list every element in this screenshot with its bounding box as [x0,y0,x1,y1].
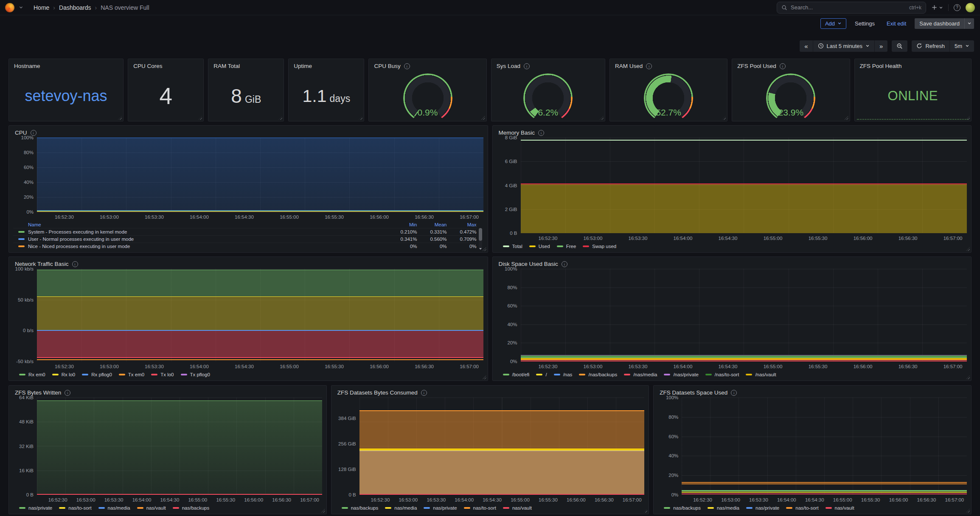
disk-chart-plot[interactable] [521,269,967,361]
x-tick-label: 16:54:00 [190,364,209,369]
legend-table-row[interactable]: User - Normal processes executing in use… [13,235,477,242]
legend-item[interactable]: Tx lo0 [151,372,174,377]
legend-table-row[interactable]: System - Processes executing in kernel m… [13,228,477,235]
column-header[interactable]: Min [388,222,417,227]
zfs-consumed-chart-plot[interactable] [359,398,645,495]
legend-item[interactable]: Rx pflog0 [82,372,112,377]
legend-item[interactable]: Used [529,244,550,249]
scroll-down-arrow[interactable] [479,248,482,250]
legend-item[interactable]: /nas/backups [579,372,617,377]
time-range-picker[interactable]: Last 5 minutes [813,40,875,52]
legend-item[interactable]: /nas/media [624,372,657,377]
legend-item[interactable]: nas/media [708,505,739,510]
legend-item[interactable]: /nas/private [664,372,698,377]
legend-item[interactable]: nas/backups [342,505,379,510]
panel-title[interactable]: CPU Busy [374,63,400,69]
info-icon[interactable]: i [404,63,410,69]
legend-item[interactable]: nas/to-sort [464,505,496,510]
legend-item[interactable]: /boot/efi [503,372,530,377]
rx-area [37,270,483,296]
help-button[interactable]: ? [954,4,960,11]
memory-chart-plot[interactable] [521,138,967,233]
exit-edit-button[interactable]: Exit edit [883,19,910,28]
x-tick-label: 16:57:00 [460,214,479,220]
chevron-down-icon[interactable] [19,5,23,10]
legend-item[interactable]: nas/private [19,505,52,510]
series-label: Tx pflog0 [190,372,210,377]
legend-item[interactable]: Swap used [583,244,616,249]
panel-title[interactable]: ZFS Pool Health [860,63,902,69]
series-color-swatch [464,507,470,509]
panel-title[interactable]: Sys Load [497,63,520,69]
legend-item[interactable]: nas/backups [173,505,210,510]
new-menu-button[interactable] [931,4,943,11]
column-header[interactable]: Mean [417,222,447,227]
info-icon[interactable]: i [646,63,652,69]
breadcrumb-dashboards[interactable]: Dashboards [59,4,91,11]
panel-title[interactable]: ZFS Pool Used [737,63,776,69]
avatar[interactable] [966,3,975,12]
legend-item[interactable]: nas/media [98,505,130,510]
legend-item[interactable]: nas/vault [137,505,166,510]
panel-title[interactable]: CPU Cores [133,63,162,69]
save-dashboard-button[interactable]: Save dashboard [915,18,974,29]
info-icon[interactable]: i [731,390,737,396]
column-header[interactable]: Max [447,222,477,227]
refresh-button[interactable]: Refresh [912,40,949,52]
time-shift-forward-button[interactable]: » [874,40,887,52]
save-options-chevron[interactable] [964,18,974,29]
legend-item[interactable]: nas/media [385,505,417,510]
legend-item[interactable]: Rx em0 [19,372,45,377]
add-panel-button[interactable]: Add [820,18,846,29]
legend-item[interactable]: nas/backups [664,505,701,510]
panel-title[interactable]: Uptime [294,63,312,69]
legend-item[interactable]: nas/to-sort [59,505,91,510]
panel-title[interactable]: RAM Used [615,63,643,69]
scrollbar[interactable] [479,228,482,249]
panel-zfs-bytes-written: ZFS Bytes Writteni 64 KiB48 KiB32 KiB16 … [8,385,327,514]
grafana-logo[interactable] [5,3,14,12]
x-tick-label: 16:55:30 [216,497,235,502]
legend-item[interactable]: Rx lo0 [52,372,76,377]
legend-item[interactable]: nas/private [746,505,779,510]
cpu-chart-plot[interactable] [37,138,483,212]
breadcrumb-home[interactable]: Home [34,4,49,11]
legend-item[interactable]: Total [503,244,522,249]
network-chart-plot[interactable] [37,269,483,361]
search-input[interactable]: Search... ctrl+k [777,2,926,14]
legend-item[interactable]: Free [557,244,576,249]
legend-item[interactable]: nas/vault [503,505,532,510]
series-label: nas/to-sort [795,505,818,510]
zfs-space-chart-plot[interactable] [682,398,967,495]
legend: nas/backupsnas/medianas/privatenas/to-so… [336,502,645,511]
legend-item[interactable]: nas/to-sort [786,505,818,510]
x-axis: 16:52:3016:53:0016:53:3016:54:0016:54:30… [37,361,483,369]
scrollbar-thumb[interactable] [479,228,482,241]
panel-title[interactable]: RAM Total [213,63,240,69]
zfs-written-chart-plot[interactable] [37,398,322,495]
info-icon[interactable]: i [538,130,544,136]
time-shift-back-button[interactable]: « [800,40,812,52]
legend-item[interactable]: /nas/to-sort [705,372,739,377]
info-icon[interactable]: i [524,63,530,69]
settings-button[interactable]: Settings [851,19,878,28]
info-icon[interactable]: i [421,390,427,396]
info-icon[interactable]: i [562,261,567,267]
cpu-idle-area [37,138,483,212]
legend-item[interactable]: nas/private [424,505,457,510]
info-icon[interactable]: i [65,390,70,396]
info-icon[interactable]: i [780,63,786,69]
column-header[interactable]: Name [28,222,41,227]
panel-title[interactable]: ZFS Datasets Bytes Consumed [337,389,418,396]
info-icon[interactable]: i [72,261,78,267]
legend-item[interactable]: nas/vault [826,505,854,510]
legend-item[interactable]: / [536,372,547,377]
refresh-interval-picker[interactable]: 5m [949,40,974,52]
legend-item[interactable]: /nas [554,372,573,377]
panel-title[interactable]: Hostname [14,63,40,69]
legend-table-row[interactable]: Nice - Niced processes executing in user… [13,242,477,250]
legend-item[interactable]: Tx pflog0 [181,372,210,377]
zoom-out-button[interactable] [892,40,907,52]
legend-item[interactable]: Tx em0 [119,372,144,377]
legend-item[interactable]: /nas/vault [746,372,776,377]
